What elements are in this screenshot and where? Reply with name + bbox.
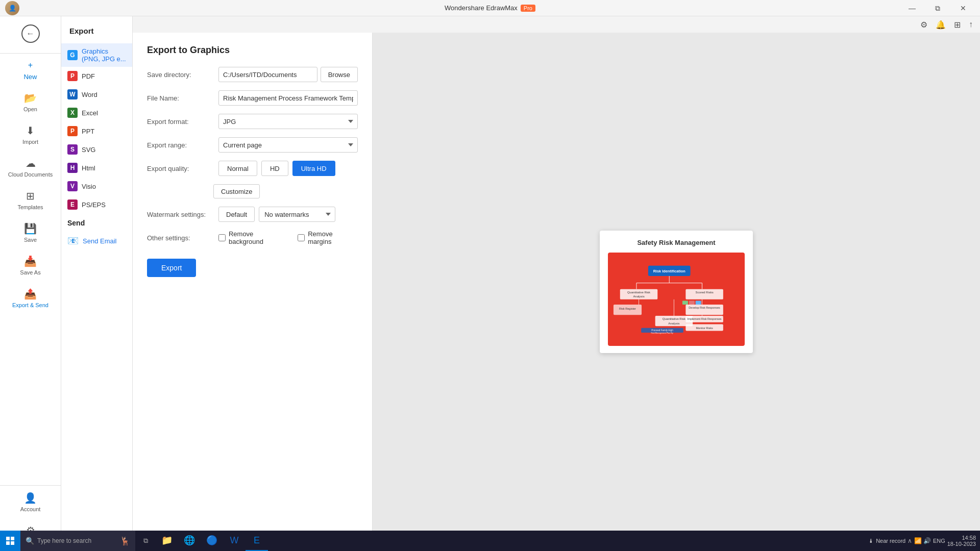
file-name-input[interactable]: [218, 90, 358, 106]
sidebar-item-save[interactable]: 💾 Save: [0, 216, 61, 249]
bell-icon[interactable]: 🔔: [934, 18, 948, 32]
file-type-excel[interactable]: X Excel: [61, 104, 132, 122]
taskbar-edge[interactable]: 🌐: [178, 531, 201, 551]
weather-text: Near record: [876, 538, 905, 544]
file-type-pdf[interactable]: P PDF: [61, 67, 132, 85]
plus-icon: +: [28, 61, 33, 70]
share-icon[interactable]: ↑: [967, 18, 975, 31]
send-email-label: Send Email: [83, 237, 116, 245]
templates-icon: ⊞: [26, 190, 35, 202]
file-type-eps[interactable]: E PS/EPS: [61, 195, 132, 214]
taskbar-search[interactable]: 🔍 Type here to search 🦌: [20, 531, 135, 551]
sidebar-item-templates[interactable]: ⊞ Templates: [0, 184, 61, 216]
remove-bg-checkbox[interactable]: Remove background: [218, 230, 289, 245]
start-button[interactable]: [0, 531, 20, 551]
send-section: Send 📧 Send Email: [61, 214, 132, 253]
restore-button[interactable]: ⧉: [926, 0, 949, 16]
export-button[interactable]: Export: [147, 259, 196, 277]
quality-ultrahd-button[interactable]: Ultra HD: [292, 161, 335, 176]
taskbar-clock: 14:58 18-10-2023: [947, 535, 976, 547]
svg-icon: S: [67, 144, 78, 155]
svg-text:Develop Risk Responses: Develop Risk Responses: [689, 306, 720, 309]
taskbar: 🔍 Type here to search 🦌 ⧉ 📁 🌐 🔵 W E 🌡 Ne…: [0, 531, 980, 551]
ppt-label: PPT: [82, 128, 94, 135]
sidebar-item-open[interactable]: 📂 Open: [0, 86, 61, 118]
word-label: Word: [82, 91, 97, 98]
save-directory-row: Save directory: Browse: [147, 67, 358, 82]
save-directory-input[interactable]: [218, 67, 317, 82]
cloud-icon: ☁: [26, 157, 36, 169]
watermark-default-button[interactable]: Default: [218, 207, 255, 222]
import-icon: ⬇: [26, 124, 35, 137]
svg-rect-16: [689, 301, 695, 305]
file-type-svg[interactable]: S SVG: [61, 140, 132, 159]
preview-panel: Safety Risk Management Risk Identificati…: [373, 33, 980, 551]
remove-bg-input[interactable]: [218, 234, 226, 241]
sidebar-item-import[interactable]: ⬇ Import: [0, 118, 61, 151]
export-format-select[interactable]: JPG PNG BMP GIF TIFF SVG: [218, 114, 358, 129]
sidebar-item-cloud[interactable]: ☁ Cloud Documents: [0, 151, 61, 184]
sidebar-divider-1: [0, 53, 61, 54]
preview-card: Safety Risk Management Risk Identificati…: [600, 231, 753, 353]
taskbar-edrawmax[interactable]: E: [246, 531, 268, 551]
browse-button[interactable]: Browse: [321, 67, 358, 82]
export-format-label: Export format:: [147, 118, 213, 126]
svg-rect-35: [11, 541, 14, 545]
window-controls: — ⧉ ✕: [900, 0, 975, 16]
sidebar-item-saveas[interactable]: 📥 Save As: [0, 249, 61, 282]
eps-label: PS/EPS: [82, 201, 106, 209]
saveas-label: Save As: [20, 269, 40, 276]
pdf-icon: P: [67, 71, 78, 81]
file-type-ppt[interactable]: P PPT: [61, 122, 132, 140]
file-type-visio[interactable]: V Visio: [61, 177, 132, 195]
time-display: 14:58: [962, 535, 976, 541]
svg-rect-17: [696, 301, 701, 305]
file-type-html[interactable]: H Html: [61, 159, 132, 177]
taskbar-explorer[interactable]: 📁: [156, 531, 178, 551]
customize-button[interactable]: Customize: [213, 184, 260, 198]
diagram-svg: Risk Identification Quantitative Risk An…: [613, 258, 740, 339]
quality-hd-button[interactable]: HD: [261, 161, 288, 176]
taskview-button[interactable]: ⧉: [135, 531, 156, 551]
back-button[interactable]: ←: [15, 18, 46, 49]
sidebar-item-account[interactable]: 👤 Account: [0, 486, 61, 518]
close-button[interactable]: ✕: [951, 0, 975, 16]
main-content: Export to Graphics Save directory: Brows…: [133, 33, 980, 551]
taskbar-chrome[interactable]: 🔵: [201, 531, 223, 551]
remove-bg-label: Remove background: [229, 230, 289, 245]
svg-text:Quantitative Risk: Quantitative Risk: [663, 317, 685, 320]
deer-icon: 🦌: [120, 536, 130, 546]
pdf-label: PDF: [82, 72, 95, 80]
account-icon: 👤: [24, 492, 37, 504]
visio-label: Visio: [82, 183, 96, 190]
export-range-select[interactable]: Current page All pages Selected pages: [218, 137, 358, 153]
apps-icon[interactable]: ⊞: [952, 18, 963, 32]
taskbar-apps: ⧉ 📁 🌐 🔵 W E: [135, 531, 268, 551]
taskbar-word[interactable]: W: [223, 531, 246, 551]
graphics-label: Graphics (PNG, JPG e...: [82, 47, 126, 63]
send-email-item[interactable]: 📧 Send Email: [67, 231, 126, 251]
export-quality-row: Export quality: Normal HD Ultra HD: [147, 161, 358, 176]
export-format-control: JPG PNG BMP GIF TIFF SVG: [218, 114, 358, 129]
remove-margins-checkbox[interactable]: Remove margins: [298, 230, 358, 245]
export-range-row: Export range: Current page All pages Sel…: [147, 137, 358, 153]
export-quality-label: Export quality:: [147, 165, 213, 172]
svg-text:Risk Identification: Risk Identification: [653, 269, 686, 273]
ppt-icon: P: [67, 126, 78, 136]
minimize-button[interactable]: —: [900, 0, 924, 16]
save-directory-label: Save directory:: [147, 71, 213, 79]
quality-normal-button[interactable]: Normal: [218, 161, 257, 176]
svg-rect-32: [6, 537, 10, 540]
pro-badge: Pro: [521, 5, 535, 12]
settings-icon[interactable]: ⚙: [918, 18, 929, 32]
watermark-select[interactable]: No watermarks Custom watermark: [259, 207, 335, 222]
file-name-control: [218, 90, 358, 106]
email-icon: 📧: [67, 235, 79, 246]
svg-text:Implement Risk Responses: Implement Risk Responses: [688, 317, 722, 320]
file-type-graphics[interactable]: G Graphics (PNG, JPG e...: [61, 43, 132, 67]
sidebar-item-new[interactable]: + New: [0, 56, 61, 86]
svg-rect-34: [6, 541, 10, 545]
file-type-word[interactable]: W Word: [61, 85, 132, 104]
sidebar-item-export[interactable]: 📤 Export & Send: [0, 282, 61, 314]
remove-margins-input[interactable]: [298, 234, 305, 241]
